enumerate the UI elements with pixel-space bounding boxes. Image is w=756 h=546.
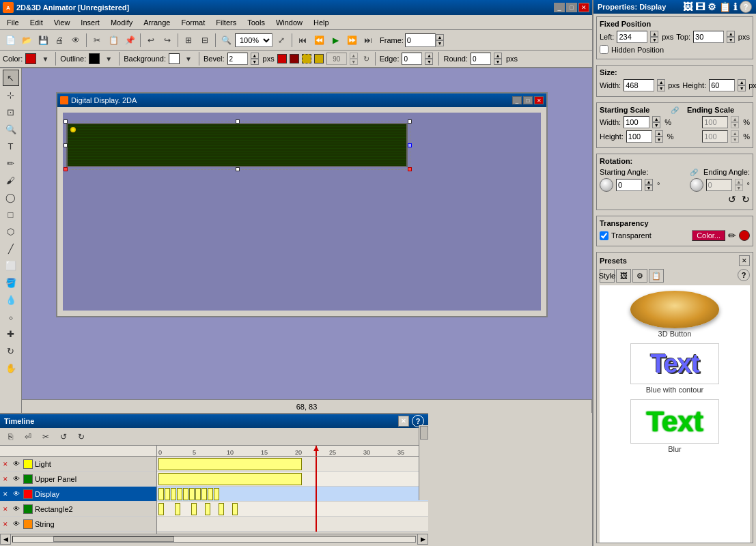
bevel-color2[interactable]: [290, 54, 299, 63]
background-expand-button[interactable]: ▼: [182, 53, 195, 65]
pencil-tool[interactable]: ✏: [3, 155, 19, 171]
panel-icon5[interactable]: ℹ: [733, 1, 737, 12]
panel-help-button[interactable]: ?: [740, 1, 752, 13]
layer-light-lock[interactable]: ✕: [1, 460, 10, 468]
layer-string-lock[interactable]: ✕: [1, 520, 10, 528]
menu-file[interactable]: File: [1, 17, 25, 28]
menu-window[interactable]: Window: [270, 17, 308, 28]
menu-edit[interactable]: Edit: [25, 17, 48, 28]
outline-expand-button[interactable]: ▼: [102, 53, 115, 65]
node-tool[interactable]: ⊹: [3, 87, 19, 103]
redo-rotate-icon[interactable]: ↻: [742, 194, 750, 205]
menu-format[interactable]: Format: [176, 17, 210, 28]
minimize-button[interactable]: _: [554, 3, 565, 12]
sw-input[interactable]: [624, 116, 649, 128]
frame-spinner[interactable]: ▲▼: [436, 34, 445, 46]
redo-button[interactable]: ↪: [160, 33, 175, 48]
fit-button[interactable]: ⤢: [274, 33, 289, 48]
panel-icon4[interactable]: 📋: [719, 1, 731, 12]
display-object[interactable]: [66, 123, 408, 167]
crop-tool[interactable]: ⊡: [3, 104, 19, 120]
panel-icon1[interactable]: 🖼: [683, 1, 692, 12]
select-tool[interactable]: ↖: [3, 70, 19, 86]
left-input[interactable]: [617, 31, 647, 43]
preset-blue-text-item[interactable]: Text Blue with contour: [630, 343, 719, 394]
play-end-button[interactable]: ⏭: [361, 33, 376, 48]
preset-blue-text-preview[interactable]: Text: [630, 343, 719, 384]
group-button[interactable]: ⊞: [181, 33, 196, 48]
poly-tool[interactable]: ⬡: [3, 223, 19, 240]
save-button[interactable]: 💾: [36, 33, 51, 48]
ending-angle-input[interactable]: [706, 179, 732, 191]
track-upper-panel[interactable]: [157, 472, 428, 487]
layer-light[interactable]: ✕ 👁 Light: [0, 457, 156, 472]
bevel-style2[interactable]: [314, 54, 324, 63]
timeline-close-button[interactable]: ✕: [398, 416, 409, 427]
track-display[interactable]: [157, 487, 428, 502]
bevel-style1[interactable]: [302, 54, 311, 63]
frame-input[interactable]: [405, 33, 436, 47]
ew-input[interactable]: [702, 116, 728, 128]
preset-green-text-preview[interactable]: Text: [630, 399, 719, 444]
menu-filters[interactable]: Filters: [210, 17, 242, 28]
tl-rotate2-button[interactable]: ↻: [74, 430, 89, 444]
canvas-area[interactable]: Digital Display. 2DA _ □ ✕: [22, 68, 592, 413]
panel-icon2[interactable]: 🎞: [695, 1, 705, 12]
round-input[interactable]: [471, 53, 491, 65]
timeline-hscrollbar[interactable]: ◀ ▶: [0, 534, 428, 543]
panel-icon3[interactable]: ⚙: [708, 1, 716, 12]
sub-minimize-button[interactable]: _: [512, 96, 522, 104]
layer-rectangle2-eye[interactable]: 👁: [12, 504, 21, 514]
menu-view[interactable]: View: [48, 17, 76, 28]
presets-help-button[interactable]: ?: [738, 269, 750, 281]
copy-button[interactable]: 📋: [106, 33, 121, 48]
transform-tool[interactable]: ✚: [3, 326, 19, 342]
track-rectangle2[interactable]: [157, 502, 428, 517]
sub-close-button[interactable]: ✕: [534, 96, 544, 104]
open-button[interactable]: 📂: [19, 33, 34, 48]
layer-display-eye[interactable]: 👁: [12, 489, 21, 499]
ending-angle-circle[interactable]: [690, 178, 703, 192]
bevel-color1[interactable]: [277, 54, 287, 63]
layer-upper-panel[interactable]: ✕ 👁 Upper Panel: [0, 472, 156, 487]
paste-button[interactable]: 📌: [122, 33, 137, 48]
tl-copy2-button[interactable]: ⏎: [20, 430, 36, 444]
timeline-track[interactable]: 0 5 10 15 20 25 30 35 40 45 5: [157, 446, 428, 534]
pencil-icon[interactable]: ✏: [728, 230, 736, 241]
presets-tab4[interactable]: 📋: [649, 269, 664, 283]
rect-tool[interactable]: □: [3, 206, 19, 222]
print-button[interactable]: 🖨: [52, 33, 67, 48]
sh-spinner[interactable]: ▲▼: [655, 130, 664, 143]
round-spinner[interactable]: ▲▼: [494, 53, 503, 65]
menu-modify[interactable]: Modify: [105, 17, 138, 28]
eh-input[interactable]: [702, 130, 728, 143]
handle-top-right[interactable]: [408, 119, 412, 124]
maximize-button[interactable]: □: [566, 3, 577, 12]
presets-style-tab[interactable]: Style: [600, 269, 615, 283]
layer-display-lock[interactable]: ✕: [1, 490, 10, 498]
close-button[interactable]: ✕: [578, 3, 589, 12]
layer-light-eye[interactable]: 👁: [12, 459, 21, 469]
line-tool[interactable]: ╱: [3, 240, 19, 257]
layer-string-eye[interactable]: 👁: [12, 519, 21, 529]
track-string[interactable]: [157, 517, 428, 532]
handle-bot-left[interactable]: [64, 167, 68, 171]
width-input[interactable]: [624, 79, 654, 91]
zoom-tool[interactable]: 🔍: [3, 121, 19, 137]
color-picker-button[interactable]: Color...: [692, 230, 725, 241]
layer-upper-panel-eye[interactable]: 👁: [12, 474, 21, 484]
ungroup-button[interactable]: ⊟: [197, 33, 212, 48]
tl-cut-button[interactable]: ✂: [38, 430, 53, 444]
zoom-in-button[interactable]: 🔍: [219, 33, 234, 48]
handle-mid-right[interactable]: [408, 143, 412, 147]
play-begin-button[interactable]: ⏮: [295, 33, 310, 48]
undo-button[interactable]: ↩: [143, 33, 158, 48]
preset-3d-button-item[interactable]: 3D Button: [630, 291, 719, 338]
sub-maximize-button[interactable]: □: [523, 96, 533, 104]
layer-rectangle2[interactable]: ✕ 👁 Rectangle2: [0, 502, 156, 517]
top-input[interactable]: [693, 31, 724, 43]
hscroll-right-button[interactable]: ▶: [417, 534, 428, 545]
sh-input[interactable]: [626, 130, 652, 143]
hscroll-left-button[interactable]: ◀: [0, 534, 11, 545]
track-upper-panel-block[interactable]: [158, 473, 302, 485]
